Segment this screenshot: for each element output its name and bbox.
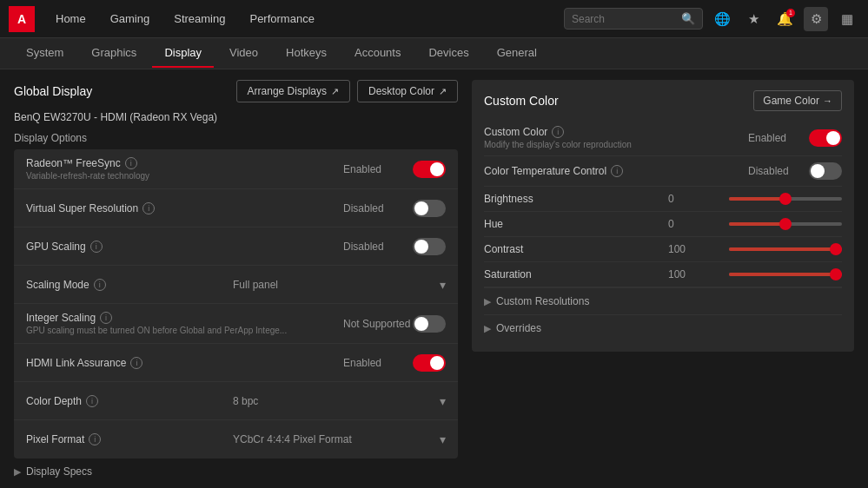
cc-contrast-label: Contrast xyxy=(484,243,668,255)
cc-row-custom-color: Custom Color i Modify the display's colo… xyxy=(484,120,842,156)
pixel-format-dropdown[interactable]: ▾ xyxy=(440,432,446,446)
integer-scaling-toggle[interactable] xyxy=(413,315,446,333)
contrast-slider-thumb[interactable] xyxy=(830,243,842,255)
nav-streaming[interactable]: Streaming xyxy=(163,7,235,30)
tab-devices[interactable]: Devices xyxy=(416,39,480,68)
hue-slider-thumb[interactable] xyxy=(779,218,792,230)
display-options-label: Display Options xyxy=(14,132,458,144)
globe-icon-btn[interactable]: 🌐 xyxy=(710,7,734,31)
cc-brightness-control[interactable] xyxy=(729,197,842,201)
vsr-info-icon[interactable]: i xyxy=(142,202,155,214)
hue-slider-track[interactable] xyxy=(729,222,842,226)
cc-saturation-control[interactable] xyxy=(729,273,842,276)
nav-performance[interactable]: Performance xyxy=(239,7,324,30)
cc-custom-color-control[interactable] xyxy=(809,129,842,147)
nav-home[interactable]: Home xyxy=(45,7,96,30)
custom-resolutions-row[interactable]: ▶ Custom Resolutions xyxy=(484,287,842,314)
freesync-info-icon[interactable]: i xyxy=(125,157,137,169)
cc-contrast-control[interactable] xyxy=(729,247,842,251)
integer-scaling-control[interactable] xyxy=(413,315,446,333)
cc-row-contrast: Contrast 100 xyxy=(484,237,842,262)
custom-color-panel: Custom Color Game Color → Custom Color i… xyxy=(472,80,854,352)
cc-custom-color-toggle[interactable] xyxy=(809,129,842,147)
freesync-value: Enabled xyxy=(343,163,413,175)
cc-custom-color-toggle-knob xyxy=(826,131,840,145)
tab-general[interactable]: General xyxy=(485,39,549,68)
desktop-color-btn[interactable]: Desktop Color ↗ xyxy=(357,80,458,102)
notification-btn[interactable]: 🔔 1 xyxy=(772,7,797,31)
overrides-row[interactable]: ▶ Overrides xyxy=(484,314,842,341)
game-color-btn[interactable]: Game Color → xyxy=(753,90,842,111)
arrange-displays-btn[interactable]: Arrange Displays ↗ xyxy=(236,80,350,102)
header-btns: Arrange Displays ↗ Desktop Color ↗ xyxy=(236,80,458,102)
cc-custom-color-sublabel: Modify the display's color reproduction xyxy=(484,140,748,149)
cc-hue-label-group: Hue xyxy=(484,218,668,230)
scaling-mode-info-icon[interactable]: i xyxy=(94,279,106,291)
arrange-displays-label: Arrange Displays xyxy=(248,85,327,97)
integer-scaling-sublabel: GPU scaling must be turned ON before Glo… xyxy=(26,326,343,335)
tab-system[interactable]: System xyxy=(14,39,76,68)
freesync-control[interactable] xyxy=(413,161,446,178)
globe-icon: 🌐 xyxy=(714,11,731,27)
option-freesync: Radeon™ FreeSync i Variable-refresh-rate… xyxy=(14,149,458,189)
freesync-toggle[interactable] xyxy=(413,161,446,178)
brightness-slider-thumb[interactable] xyxy=(779,193,792,205)
cc-hue-control[interactable] xyxy=(729,222,842,226)
star-icon-btn[interactable]: ★ xyxy=(741,7,765,31)
tab-display[interactable]: Display xyxy=(152,39,214,68)
hdmi-link-toggle[interactable] xyxy=(413,354,446,372)
gpu-scaling-control[interactable] xyxy=(413,238,446,255)
custom-resolutions-chevron: ▶ xyxy=(484,296,491,307)
scaling-mode-label-group: Scaling Mode i xyxy=(26,279,233,291)
notification-badge: 1 xyxy=(786,9,795,17)
vsr-value: Disabled xyxy=(343,202,413,214)
gpu-scaling-info-icon[interactable]: i xyxy=(90,241,103,253)
tab-graphics[interactable]: Graphics xyxy=(79,39,149,68)
custom-color-title: Custom Color xyxy=(484,94,559,108)
hdmi-link-info-icon[interactable]: i xyxy=(130,357,142,369)
tab-video[interactable]: Video xyxy=(217,39,270,68)
search-icon: 🔍 xyxy=(681,12,695,25)
scaling-mode-label: Scaling Mode i xyxy=(26,279,233,291)
amd-logo: A xyxy=(9,6,35,32)
saturation-slider-track[interactable] xyxy=(729,273,842,276)
saturation-slider-thumb[interactable] xyxy=(830,268,842,280)
display-specs-row[interactable]: ▶ Display Specs xyxy=(14,458,458,479)
saturation-slider-fill xyxy=(729,273,842,276)
contrast-slider-track[interactable] xyxy=(729,247,842,251)
vsr-control[interactable] xyxy=(413,200,446,217)
custom-resolutions-label: Custom Resolutions xyxy=(496,295,589,307)
left-panel: Global Display Arrange Displays ↗ Deskto… xyxy=(14,80,458,478)
vsr-toggle[interactable] xyxy=(413,200,446,217)
cc-saturation-label: Saturation xyxy=(484,268,668,280)
overrides-label: Overrides xyxy=(496,322,541,334)
cc-hue-label: Hue xyxy=(484,218,668,230)
nav-gaming[interactable]: Gaming xyxy=(100,7,161,30)
color-depth-info-icon[interactable]: i xyxy=(86,395,98,407)
integer-scaling-label-group: Integer Scaling i GPU scaling must be tu… xyxy=(26,312,343,335)
cc-row-color-temp: Color Temperature Control i Disabled xyxy=(484,156,842,187)
settings-btn[interactable]: ⚙ xyxy=(804,7,828,31)
brightness-slider-track[interactable] xyxy=(729,197,842,201)
tab-accounts[interactable]: Accounts xyxy=(342,39,413,68)
cc-color-temp-toggle[interactable] xyxy=(809,162,842,180)
color-depth-dropdown[interactable]: ▾ xyxy=(440,394,446,408)
cc-custom-color-info-icon[interactable]: i xyxy=(552,126,564,138)
hue-slider-fill xyxy=(729,222,785,226)
tab-hotkeys[interactable]: Hotkeys xyxy=(274,39,339,68)
scaling-mode-value: Full panel xyxy=(233,279,440,291)
cc-color-temp-label: Color Temperature Control i xyxy=(484,165,748,177)
hdmi-link-control[interactable] xyxy=(413,354,446,372)
game-color-label: Game Color xyxy=(763,95,819,107)
cc-color-temp-control[interactable] xyxy=(809,162,842,180)
cc-color-temp-info-icon[interactable]: i xyxy=(611,165,623,177)
integer-scaling-info-icon[interactable]: i xyxy=(100,312,112,324)
gpu-scaling-toggle[interactable] xyxy=(413,238,446,255)
pixel-format-info-icon[interactable]: i xyxy=(89,433,101,445)
scaling-mode-dropdown[interactable]: ▾ xyxy=(440,278,446,292)
search-input[interactable] xyxy=(572,13,676,25)
option-integer-scaling: Integer Scaling i GPU scaling must be tu… xyxy=(14,304,458,344)
grid-btn[interactable]: ▦ xyxy=(835,7,859,31)
cc-brightness-label-group: Brightness xyxy=(484,193,668,205)
search-box[interactable]: 🔍 xyxy=(564,8,703,30)
